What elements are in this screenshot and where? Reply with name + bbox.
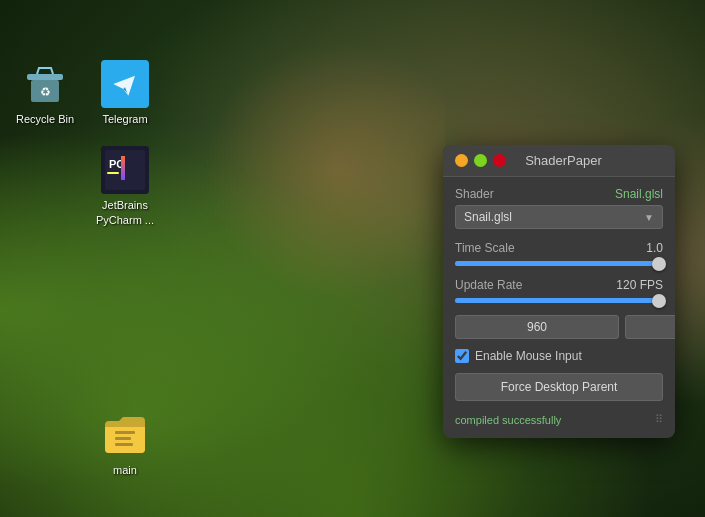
svg-rect-10 <box>115 437 131 440</box>
force-desktop-button[interactable]: Force Desktop Parent <box>455 373 663 401</box>
enable-mouse-checkbox[interactable] <box>455 349 469 363</box>
height-input[interactable] <box>625 315 675 339</box>
main-folder-container[interactable]: main <box>90 411 160 477</box>
shader-value: Snail.glsl <box>615 187 663 201</box>
time-scale-fill <box>455 261 659 266</box>
window-title: ShaderPaper <box>506 153 621 168</box>
enable-mouse-row: Enable Mouse Input <box>455 349 663 363</box>
dimensions-row: Apply <box>455 315 663 339</box>
main-folder-label: main <box>113 463 137 477</box>
time-scale-thumb[interactable] <box>652 257 666 271</box>
svg-rect-11 <box>115 443 133 446</box>
svg-rect-7 <box>107 172 119 174</box>
status-bar: compiled successfully ⠿ <box>455 409 663 428</box>
status-grid-icon: ⠿ <box>655 413 663 426</box>
svg-rect-0 <box>27 74 63 80</box>
enable-mouse-label: Enable Mouse Input <box>475 349 582 363</box>
dropdown-arrow-icon: ▼ <box>644 212 654 223</box>
update-rate-row: Update Rate 120 FPS <box>455 278 663 292</box>
update-rate-thumb[interactable] <box>652 294 666 308</box>
shader-dropdown[interactable]: Snail.glsl ▼ <box>455 205 663 229</box>
time-scale-label: Time Scale <box>455 241 515 255</box>
main-folder-icon[interactable]: main <box>90 411 160 477</box>
window-controls <box>455 154 506 167</box>
width-input[interactable] <box>455 315 619 339</box>
window-content: Shader Snail.glsl Snail.glsl ▼ Time Scal… <box>443 177 675 438</box>
time-scale-value: 1.0 <box>646 241 663 255</box>
telegram-image <box>101 60 149 108</box>
pycharm-label: JetBrainsPyCharm ... <box>96 198 154 227</box>
close-button[interactable] <box>493 154 506 167</box>
shader-label: Shader <box>455 187 494 201</box>
update-rate-fill <box>455 298 659 303</box>
pycharm-icon[interactable]: PC JetBrainsPyCharm ... <box>90 146 160 227</box>
maximize-button[interactable] <box>474 154 487 167</box>
icon-row-2: PC JetBrainsPyCharm ... <box>10 146 160 227</box>
telegram-icon[interactable]: Telegram <box>90 60 160 126</box>
svg-rect-8 <box>121 156 125 180</box>
dropdown-value: Snail.glsl <box>464 210 512 224</box>
status-text: compiled successfully <box>455 414 561 426</box>
recycle-bin-icon[interactable]: ♻ Recycle Bin <box>10 60 80 126</box>
desktop: ♻ Recycle Bin Telegram <box>0 0 705 517</box>
update-rate-label: Update Rate <box>455 278 522 292</box>
telegram-label: Telegram <box>102 112 147 126</box>
recycle-bin-label: Recycle Bin <box>16 112 74 126</box>
update-rate-track[interactable] <box>455 298 663 303</box>
icon-row-1: ♻ Recycle Bin Telegram <box>10 60 160 126</box>
snail-decoration <box>180 20 445 320</box>
desktop-icons-container: ♻ Recycle Bin Telegram <box>10 60 160 227</box>
time-scale-container: Time Scale 1.0 <box>455 241 663 266</box>
main-folder-image <box>101 411 149 459</box>
minimize-button[interactable] <box>455 154 468 167</box>
svg-text:♻: ♻ <box>40 85 51 99</box>
time-scale-row: Time Scale 1.0 <box>455 241 663 255</box>
recycle-bin-image: ♻ <box>21 60 69 108</box>
shader-row: Shader Snail.glsl <box>455 187 663 201</box>
update-rate-container: Update Rate 120 FPS <box>455 278 663 303</box>
update-rate-value: 120 FPS <box>616 278 663 292</box>
svg-rect-9 <box>115 431 135 434</box>
time-scale-track[interactable] <box>455 261 663 266</box>
window-titlebar: ShaderPaper <box>443 145 675 177</box>
shaderpaper-window: ShaderPaper Shader Snail.glsl Snail.glsl… <box>443 145 675 438</box>
pycharm-image: PC <box>101 146 149 194</box>
